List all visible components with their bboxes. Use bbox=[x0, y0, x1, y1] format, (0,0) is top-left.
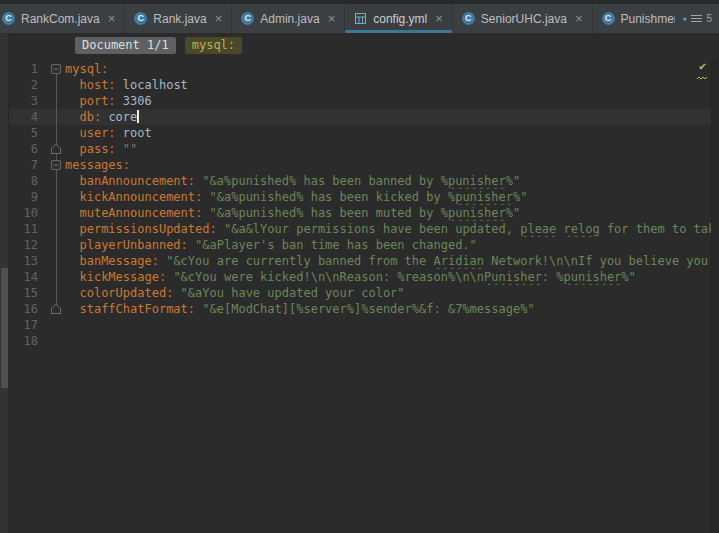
tab-label: Admin.java bbox=[260, 12, 319, 26]
code-text: kickMessage: "&cYou were kicked!\n\nReas… bbox=[65, 269, 719, 285]
code-token: messages: bbox=[65, 158, 130, 172]
code-line[interactable]: 18 bbox=[9, 333, 719, 349]
code-line[interactable]: 17 bbox=[9, 317, 719, 333]
code-token: colorUpdated: bbox=[79, 286, 173, 300]
code-text: muteAnnouncement: "&a%punished% has been… bbox=[65, 205, 719, 221]
code-line[interactable]: 3 port: 3306 bbox=[9, 93, 719, 109]
code-token: punisher bbox=[564, 270, 622, 284]
code-token: db: bbox=[79, 110, 101, 124]
editor-tab[interactable]: C Punishment.java × bbox=[593, 4, 676, 33]
code-line[interactable]: 5 user: root bbox=[9, 125, 719, 141]
code-token bbox=[65, 270, 79, 284]
close-tab-icon[interactable]: × bbox=[575, 12, 583, 25]
chevron-down-icon[interactable]: ▾ bbox=[682, 14, 687, 24]
close-tab-icon[interactable]: × bbox=[215, 12, 223, 25]
code-token: pleae bbox=[520, 222, 556, 236]
code-token bbox=[173, 286, 180, 300]
inspection-indicator[interactable]: ✔ bbox=[697, 61, 708, 81]
editor-tab[interactable]: C Rank.java × bbox=[125, 4, 232, 33]
code-line[interactable]: 11 permissionsUpdated: "&a&lYour permiss… bbox=[9, 221, 719, 237]
code-line[interactable]: 8 banAnnouncement: "&a%punished% has bee… bbox=[9, 173, 719, 189]
editor-scrollbar[interactable] bbox=[711, 58, 719, 533]
code-token: "&a%punished% has been kicked by % bbox=[210, 190, 456, 204]
stripe-thumb[interactable] bbox=[1, 268, 8, 388]
fold-collapse-icon[interactable] bbox=[47, 61, 65, 77]
fold-marker bbox=[47, 269, 65, 285]
code-text: pass: "" bbox=[65, 141, 719, 157]
close-tab-icon[interactable]: × bbox=[435, 12, 443, 25]
hidden-tabs-list-icon[interactable] bbox=[691, 15, 702, 22]
code-text: db: core bbox=[65, 109, 719, 125]
code-token bbox=[65, 142, 79, 156]
code-line[interactable]: 4 db: core bbox=[9, 109, 719, 125]
editor-tab[interactable]: C SeniorUHC.java × bbox=[453, 4, 593, 33]
fold-collapse-icon[interactable] bbox=[47, 157, 65, 173]
code-token: "" bbox=[123, 142, 137, 156]
fold-marker bbox=[47, 285, 65, 301]
inspection-squiggle-icon bbox=[697, 76, 708, 80]
tab-label: RankCom.java bbox=[21, 12, 100, 26]
line-number: 16 bbox=[9, 301, 47, 317]
text-cursor bbox=[137, 110, 139, 123]
code-line[interactable]: 1 mysql: bbox=[9, 61, 719, 77]
code-text: colorUpdated: "&aYou have updated your c… bbox=[65, 285, 719, 301]
tab-label: Punishment.java bbox=[621, 12, 676, 26]
code-line[interactable]: 2 host: localhost bbox=[9, 77, 719, 93]
code-token bbox=[65, 254, 79, 268]
fold-marker bbox=[47, 93, 65, 109]
tool-window-stripe bbox=[0, 33, 9, 533]
code-line[interactable]: 16 staffChatFormat: "&e[ModChat][%server… bbox=[9, 301, 719, 317]
line-number: 1 bbox=[9, 61, 47, 77]
code-line[interactable]: 12 playerUnbanned: "&aPlayer's ban time … bbox=[9, 237, 719, 253]
code-line[interactable]: 9 kickAnnouncement: "&a%punished% has be… bbox=[9, 189, 719, 205]
java-class-icon: C bbox=[241, 12, 254, 25]
code-text: banAnnouncement: "&a%punished% has been … bbox=[65, 173, 719, 189]
code-line[interactable]: 15 colorUpdated: "&aYou have updated you… bbox=[9, 285, 719, 301]
editor-tab[interactable]: C RankCom.java × bbox=[0, 4, 125, 33]
code-token bbox=[202, 190, 209, 204]
code-token bbox=[65, 206, 79, 220]
code-text: mysql: bbox=[65, 61, 719, 77]
editor-tab[interactable]: C Admin.java × bbox=[232, 4, 345, 33]
tab-bar-controls: ▾ 5 bbox=[675, 4, 719, 33]
editor-tab[interactable]: config.yml × bbox=[345, 4, 453, 33]
fold-end-icon[interactable] bbox=[47, 301, 65, 317]
breadcrumb-item[interactable]: mysql: bbox=[185, 37, 242, 54]
code-token bbox=[65, 174, 79, 188]
fold-marker bbox=[47, 77, 65, 93]
code-text: port: 3306 bbox=[65, 93, 719, 109]
code-token: "&a%punished% has been banned by % bbox=[202, 174, 448, 188]
code-token: banAnnouncement: bbox=[79, 174, 195, 188]
code-token: "&cYou were kicked!\n\nReason: %reason%\… bbox=[173, 270, 484, 284]
line-number: 18 bbox=[9, 333, 47, 349]
code-line[interactable]: 10 muteAnnouncement: "&a%punished% has b… bbox=[9, 205, 719, 221]
code-token: Aridian bbox=[433, 254, 484, 268]
code-line[interactable]: 14 kickMessage: "&cYou were kicked!\n\nR… bbox=[9, 269, 719, 285]
code-line[interactable]: 6 pass: "" bbox=[9, 141, 719, 157]
fold-end-icon[interactable] bbox=[47, 141, 65, 157]
code-token: %" bbox=[506, 206, 520, 220]
code-line[interactable]: 13 banMessage: "&cYou are currently bann… bbox=[9, 253, 719, 269]
code-token bbox=[65, 78, 79, 92]
fold-marker bbox=[47, 109, 65, 125]
code-token: host: bbox=[79, 78, 115, 92]
code-token: muteAnnouncement: bbox=[79, 206, 202, 220]
breadcrumb: Document 1/1mysql: bbox=[9, 33, 719, 58]
code-token: Punisher bbox=[484, 270, 542, 284]
close-tab-icon[interactable]: × bbox=[108, 12, 116, 25]
code-token: "&e[ModChat][%server%]%sender%&f: &7%mes… bbox=[202, 302, 534, 316]
code-text: staffChatFormat: "&e[ModChat][%server%]%… bbox=[65, 301, 719, 317]
line-number: 8 bbox=[9, 173, 47, 189]
breadcrumb-item[interactable]: Document 1/1 bbox=[75, 37, 176, 54]
code-token bbox=[116, 78, 123, 92]
code-editor[interactable]: 1 mysql: 2 host: localhost 3 port: 3306 … bbox=[9, 58, 719, 533]
code-text: permissionsUpdated: "&a&lYour permission… bbox=[65, 221, 719, 237]
code-text bbox=[65, 317, 719, 333]
code-text: banMessage: "&cYou are currently banned … bbox=[65, 253, 719, 269]
fold-marker bbox=[47, 205, 65, 221]
line-number: 3 bbox=[9, 93, 47, 109]
code-token: core bbox=[108, 110, 137, 124]
code-line[interactable]: 7 messages: bbox=[9, 157, 719, 173]
close-tab-icon[interactable]: × bbox=[328, 12, 336, 25]
code-token: 3306 bbox=[123, 94, 152, 108]
